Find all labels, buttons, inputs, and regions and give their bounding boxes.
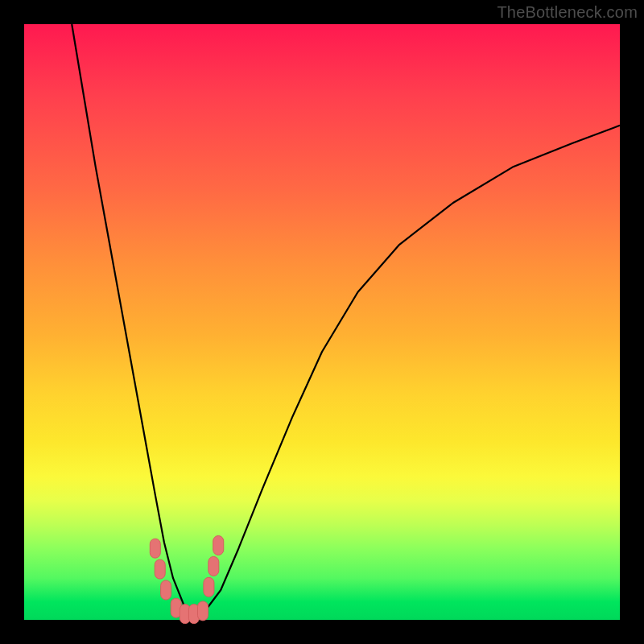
bottleneck-curve — [72, 24, 620, 617]
chart-svg — [24, 24, 620, 620]
curve-path — [72, 24, 620, 617]
chart-frame: TheBottleneck.com — [0, 0, 644, 644]
plot-area — [24, 24, 620, 620]
data-marker — [198, 601, 208, 621]
data-marker — [208, 556, 219, 576]
data-marker — [161, 580, 171, 600]
data-marker — [150, 539, 160, 558]
data-marker — [213, 536, 224, 555]
data-marker — [204, 577, 214, 597]
data-marker — [155, 559, 165, 579]
data-markers — [150, 536, 223, 624]
watermark-text: TheBottleneck.com — [497, 3, 638, 22]
